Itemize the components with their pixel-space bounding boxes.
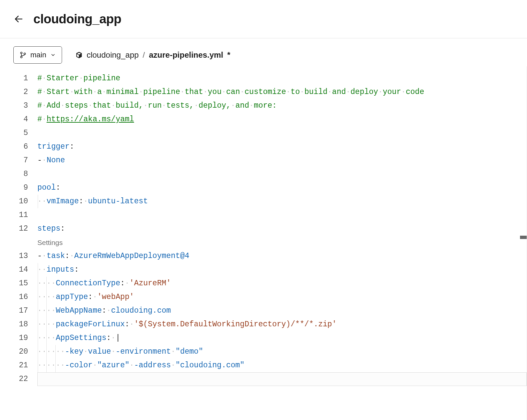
line-number: 19 — [0, 331, 28, 345]
code-line[interactable]: #·https://aka.ms/yaml — [37, 113, 527, 126]
repo-icon — [75, 51, 83, 59]
line-gutter: 12345678910111213141516171819202122 — [0, 72, 37, 386]
code-line[interactable]: ······-color·"azure"·-address·"cloudoing… — [37, 359, 527, 372]
branch-selector[interactable]: main — [13, 46, 62, 64]
line-number: 1 — [0, 72, 28, 85]
breadcrumb-repo[interactable]: cloudoing_app — [87, 50, 139, 60]
code-line[interactable]: steps: — [37, 222, 527, 236]
line-number: 16 — [0, 290, 28, 304]
code-line[interactable]: ····packageForLinux:·'$(System.DefaultWo… — [37, 318, 527, 331]
code-line[interactable] — [37, 372, 527, 386]
scrollbar-thumb[interactable] — [520, 236, 527, 239]
line-number: 13 — [0, 249, 28, 263]
codelens-settings[interactable]: Settings — [37, 236, 527, 249]
line-number: 6 — [0, 140, 28, 154]
code-line[interactable]: #·Start·with·a·minimal·pipeline·that·you… — [37, 85, 527, 99]
page-title: cloudoing_app — [33, 12, 121, 26]
line-number: 21 — [0, 359, 28, 372]
line-number: 9 — [0, 181, 28, 195]
code-line[interactable]: #·Starter·pipeline — [37, 72, 527, 85]
code-line[interactable]: ······-key·value·-environment·"demo" — [37, 345, 527, 359]
scrollbar[interactable] — [520, 66, 527, 420]
line-number: 18 — [0, 318, 28, 331]
breadcrumb: cloudoing_app / azure-pipelines.yml * — [75, 50, 230, 60]
line-number: 17 — [0, 304, 28, 318]
code-editor[interactable]: 12345678910111213141516171819202122 #·St… — [0, 66, 527, 420]
line-number: 3 — [0, 99, 28, 113]
header: cloudoing_app — [0, 0, 527, 38]
line-number: 2 — [0, 85, 28, 99]
code-line[interactable] — [37, 208, 527, 222]
breadcrumb-separator: / — [143, 50, 145, 60]
breadcrumb-file: azure-pipelines.yml — [149, 50, 223, 60]
line-number: 7 — [0, 154, 28, 167]
code-line[interactable]: ····AppSettings:·| — [37, 331, 527, 345]
code-line[interactable]: #·Add·steps·that·build,·run·tests,·deplo… — [37, 99, 527, 113]
line-number: 8 — [0, 167, 28, 181]
code-content[interactable]: #·Starter·pipeline#·Start·with·a·minimal… — [37, 72, 527, 386]
line-number: 5 — [0, 126, 28, 140]
line-number: 12 — [0, 222, 28, 236]
dirty-indicator: * — [227, 50, 230, 60]
code-line[interactable] — [37, 167, 527, 181]
branch-name: main — [30, 51, 46, 59]
toolbar: main cloudoing_app / azure-pipelines.yml… — [0, 38, 527, 66]
branch-icon — [20, 52, 26, 58]
code-line[interactable]: -·task:·AzureRmWebAppDeployment@4 — [37, 249, 527, 263]
code-line[interactable] — [37, 126, 527, 140]
svg-point-3 — [21, 56, 22, 58]
line-number: 4 — [0, 113, 28, 126]
line-number: 15 — [0, 277, 28, 290]
code-line[interactable]: ····appType:·'webApp' — [37, 290, 527, 304]
svg-point-1 — [21, 52, 22, 54]
code-line[interactable]: ··inputs: — [37, 263, 527, 277]
line-number: 14 — [0, 263, 28, 277]
svg-point-2 — [24, 53, 26, 55]
code-line[interactable]: pool: — [37, 181, 527, 195]
code-line[interactable]: -·None — [37, 154, 527, 167]
line-number: 10 — [0, 195, 28, 208]
back-button[interactable] — [13, 14, 24, 24]
back-arrow-icon — [14, 14, 24, 24]
line-number: 11 — [0, 208, 28, 222]
line-number: 20 — [0, 345, 28, 359]
code-line[interactable]: ····ConnectionType:·'AzureRM' — [37, 277, 527, 290]
chevron-down-icon — [50, 52, 56, 58]
code-line[interactable]: ··vmImage:·ubuntu-latest — [37, 195, 527, 208]
line-number: 22 — [0, 372, 28, 386]
code-line[interactable]: trigger: — [37, 140, 527, 154]
code-line[interactable]: ····WebAppName:·cloudoing.com — [37, 304, 527, 318]
